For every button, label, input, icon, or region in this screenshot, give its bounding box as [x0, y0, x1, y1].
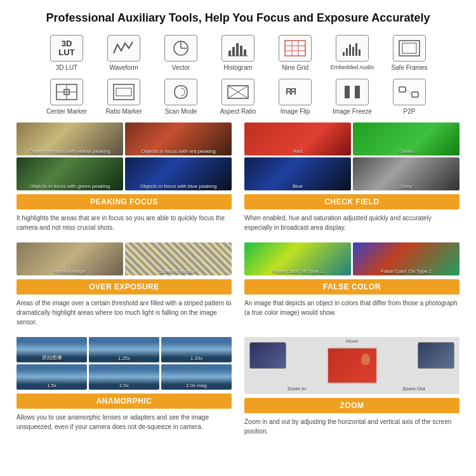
icon-grid-row1: 3DLUT 3D LUT Waveform Vector: [0, 31, 476, 75]
svg-rect-7: [244, 50, 246, 56]
svg-rect-15: [346, 48, 348, 56]
anamorphic-original-image: 原始图像: [17, 337, 87, 362]
vector-icon: [164, 35, 197, 62]
zoom-out-label: Zoom Out: [402, 386, 425, 392]
anamorphic-banner: ANAMORPHIC: [17, 393, 232, 409]
svg-rect-26: [114, 84, 134, 100]
page-title: Professional Auxiliary Tools, Help You F…: [0, 0, 476, 31]
peaking-focus-images: Objects in focus with yellow peaking Obj…: [17, 122, 232, 190]
false-color-images: False Color On Type 1 False Color On Typ…: [244, 242, 459, 275]
false-color1-label: False Color On Type 1: [244, 268, 351, 274]
p2p-icon: [393, 79, 426, 105]
anamorphic-original-label: 原始图像: [17, 354, 87, 361]
zoom-banner: ZOOM: [244, 398, 459, 413]
icon-item-audio[interactable]: Embedded Audio: [324, 31, 381, 72]
audio-icon: [336, 35, 369, 62]
feature-check-field: Red Green Blue Grey CHECK FIELD When ena…: [238, 119, 466, 239]
icon-item-centermarker[interactable]: Center Marker: [38, 75, 95, 116]
icon-item-ninegrid[interactable]: Nine Grid: [267, 31, 324, 72]
svg-rect-33: [345, 86, 350, 98]
svg-text:R: R: [290, 86, 296, 96]
zoom-move-label: Move: [346, 338, 359, 344]
svg-rect-3: [228, 51, 231, 56]
svg-rect-21: [402, 43, 416, 53]
zoom-container: Move Zoom In Zoom Out: [244, 337, 459, 394]
features-grid: Objects in focus with yellow peaking Obj…: [0, 119, 476, 442]
false-color-banner: FALSE COLOR: [244, 279, 459, 294]
anamorphic-133-label: 1.33x: [161, 355, 232, 361]
anamorphic-20mag-label: 2.0x mag: [161, 383, 232, 388]
icon-item-p2p[interactable]: P2P: [381, 75, 438, 116]
check-field-banner: CHECK FIELD: [244, 194, 459, 209]
svg-rect-9: [285, 41, 305, 56]
feature-over-exposure: Normal image Zebras Exposure OVER EXPOSU…: [10, 239, 238, 333]
zoom-front-screen: [327, 347, 378, 384]
over-exposure-banner: OVER EXPOSURE: [17, 279, 232, 294]
peaking-focus-desc: It highlights the areas that are in focu…: [17, 213, 232, 232]
icon-item-3dlut[interactable]: 3DLUT 3D LUT: [38, 31, 95, 72]
zoom-in-label: Zoom In: [288, 386, 306, 392]
icon-item-imagefreeze[interactable]: Image Freeze: [324, 75, 381, 116]
anamorphic-20mag-image: 2.0x mag: [161, 364, 232, 390]
peaking-green-label: Objects in focus with green peaking: [17, 183, 123, 189]
icon-item-histogram[interactable]: Histogram: [209, 31, 267, 72]
feature-false-color: False Color On Type 1 False Color On Typ…: [238, 239, 466, 333]
anamorphic-20-label: 2.0x: [89, 383, 159, 388]
icon-item-imageflip[interactable]: R R Image Flip: [267, 75, 324, 116]
anamorphic-125-label: 1.25x: [89, 355, 159, 361]
imageflip-icon: R R: [279, 79, 312, 105]
check-grey-label: Grey: [353, 183, 459, 189]
check-green-image: Green: [353, 122, 459, 155]
check-field-images: Red Green Blue Grey: [244, 122, 459, 190]
check-blue-label: Blue: [244, 183, 351, 189]
svg-rect-6: [240, 46, 242, 56]
over-normal-image: Normal image: [17, 242, 123, 275]
icon-label-ninegrid: Nine Grid: [282, 64, 308, 71]
peaking-red-label: Objects in focus with red peaking: [125, 149, 232, 154]
peaking-red-image: Objects in focus with red peaking: [125, 122, 232, 155]
zoom-back-screen-right: [418, 342, 454, 369]
icon-item-waveform[interactable]: Waveform: [95, 31, 152, 72]
icon-item-safeframes[interactable]: Safe Frames: [381, 31, 438, 72]
icon-label-vector: Vector: [172, 64, 190, 71]
3dlut-icon: 3DLUT: [50, 35, 83, 62]
svg-rect-17: [352, 47, 354, 56]
icon-item-scanmode[interactable]: Scan Mode: [152, 75, 209, 116]
svg-rect-36: [412, 92, 418, 97]
icon-item-ratiomarker[interactable]: Ratio Marker: [95, 75, 152, 116]
svg-line-37: [406, 89, 412, 95]
check-red-image: Red: [244, 122, 351, 155]
svg-rect-18: [355, 43, 357, 56]
false-color1-image: False Color On Type 1: [244, 242, 351, 275]
false-color2-image: False Color On Type 2: [353, 242, 459, 275]
over-exposure-images: Normal image Zebras Exposure: [17, 242, 232, 275]
anamorphic-125-image: 1.25x: [89, 337, 159, 362]
svg-rect-5: [236, 43, 239, 56]
peaking-green-image: Objects in focus with green peaking: [17, 157, 123, 190]
feature-anamorphic: 原始图像 1.25x 1.33x 1.5x 2.0x 2.0x mag ANAM…: [10, 333, 238, 442]
feature-peaking-focus: Objects in focus with yellow peaking Obj…: [10, 119, 238, 239]
icon-item-aspectratio[interactable]: Aspect Ratio: [209, 75, 267, 116]
icon-item-vector[interactable]: Vector: [152, 31, 209, 72]
svg-rect-14: [343, 52, 345, 56]
feature-zoom: Move Zoom In Zoom Out ZOOM Zoom in and o…: [238, 333, 466, 442]
anamorphic-133-image: 1.33x: [161, 337, 232, 362]
false-color-desc: An image that depicts an object in color…: [244, 298, 459, 317]
icon-label-histogram: Histogram: [223, 64, 253, 71]
histogram-icon: [221, 35, 255, 62]
safeframes-icon: [393, 35, 426, 62]
ratiomarker-icon: [107, 79, 140, 105]
check-green-label: Green: [353, 149, 459, 154]
svg-rect-19: [359, 50, 360, 56]
icon-label-imagefreeze: Image Freeze: [333, 108, 372, 115]
scanmode-icon: [164, 79, 197, 105]
icon-grid-row2: Center Marker Ratio Marker Scan Mode: [0, 75, 476, 119]
icon-label-audio: Embedded Audio: [331, 64, 374, 70]
check-grey-image: Grey: [353, 157, 459, 190]
svg-rect-4: [232, 47, 235, 56]
anamorphic-top-row: 原始图像 1.25x 1.33x: [17, 337, 232, 362]
over-normal-label: Normal image: [17, 268, 123, 274]
over-zebra-label: Zebras Exposure: [125, 268, 232, 274]
over-zebra-image: Zebras Exposure: [125, 242, 232, 275]
over-exposure-desc: Areas of the image over a certain thresh…: [17, 298, 232, 327]
